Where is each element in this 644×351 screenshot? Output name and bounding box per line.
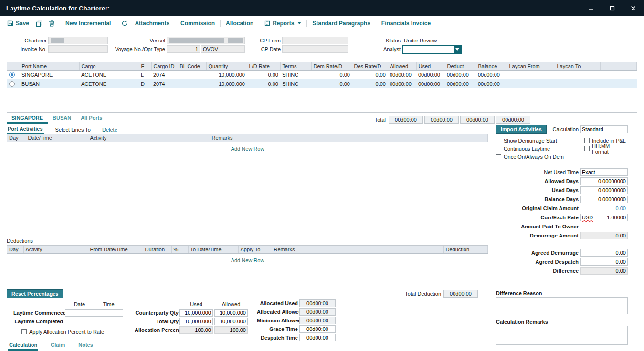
column-header[interactable]: Duration — [143, 246, 171, 253]
calculation-input[interactable] — [580, 125, 628, 133]
analyst-dropdown[interactable] — [402, 45, 462, 54]
column-header[interactable]: Activity — [88, 134, 210, 142]
counterparty-qty-allowed-input[interactable] — [214, 309, 248, 317]
show-demurrage-start-row[interactable]: Show Demurrage Start — [496, 136, 584, 145]
amount-paid-to-owner-input[interactable] — [580, 223, 628, 230]
apply-allocation-checkbox-row[interactable]: Apply Allocation Percent to Rate — [13, 328, 123, 336]
column-header[interactable]: L/D Rate — [247, 62, 280, 70]
row-radio-selected[interactable] — [9, 72, 15, 78]
tab-singapore[interactable]: SINGAPORE — [7, 115, 48, 124]
column-header[interactable]: Deduction — [443, 246, 488, 253]
continuous-laytime-checkbox[interactable] — [496, 146, 501, 151]
reset-percentages-button[interactable]: Reset Percentages — [7, 289, 63, 298]
hhmm-format-row[interactable]: HH:MM Format — [584, 145, 628, 153]
allocation-button[interactable]: Allocation — [224, 20, 255, 27]
refresh-button[interactable] — [120, 20, 129, 27]
column-header[interactable]: Deduct — [445, 62, 476, 70]
grace-time-input[interactable] — [299, 325, 336, 333]
column-header[interactable]: Apply To — [238, 246, 272, 253]
column-header[interactable]: Des Rate/D — [352, 62, 388, 70]
column-header[interactable]: Used — [416, 62, 445, 70]
agreed-demurrage-input[interactable] — [580, 249, 628, 257]
financials-invoice-button[interactable]: Financials Invoice — [380, 20, 433, 27]
new-incremental-button[interactable]: New Incremental — [63, 20, 113, 27]
tab-busan[interactable]: BUSAN — [48, 115, 76, 124]
column-header[interactable]: Port Name — [20, 62, 79, 70]
column-header[interactable]: Dem Rate/D — [311, 62, 352, 70]
allocation-percent-allowed-input[interactable] — [214, 326, 248, 334]
counterparty-qty-used-input[interactable] — [179, 309, 213, 317]
minimize-button[interactable] — [581, 0, 602, 16]
add-activity-row-link[interactable]: Add New Row — [7, 142, 488, 152]
reports-button[interactable]: Reports — [263, 20, 303, 27]
delete-button[interactable] — [47, 20, 56, 27]
agreed-despatch-input[interactable] — [580, 258, 628, 266]
column-header[interactable]: From Date/Time — [88, 246, 143, 253]
voyage-no-input[interactable] — [167, 45, 200, 53]
column-header[interactable]: Day — [7, 134, 26, 142]
column-header[interactable]: Balance — [476, 62, 507, 70]
column-header[interactable]: Laycan To — [555, 62, 600, 70]
column-header[interactable]: Day — [7, 246, 23, 253]
laytime-completed-input[interactable] — [65, 318, 123, 325]
column-header[interactable]: Cargo — [79, 62, 139, 70]
analyst-input[interactable] — [403, 46, 454, 53]
save-button[interactable]: Save — [5, 20, 31, 27]
analyst-dropdown-button[interactable] — [454, 46, 461, 53]
commission-button[interactable]: Commission — [179, 20, 217, 27]
tab-all-ports[interactable]: All Ports — [76, 115, 107, 124]
column-header[interactable]: Laycan From — [507, 62, 555, 70]
show-demurrage-start-checkbox[interactable] — [496, 138, 501, 143]
net-used-time-input[interactable] — [580, 168, 628, 176]
column-header[interactable]: Remarks — [272, 246, 443, 253]
once-on-always-on-dem-checkbox[interactable] — [496, 154, 501, 159]
maximize-button[interactable] — [602, 0, 623, 16]
column-header[interactable]: % — [171, 246, 188, 253]
opr-type-input[interactable] — [201, 45, 245, 53]
total-qty-used-input[interactable] — [179, 318, 213, 325]
attachments-button[interactable]: Attachments — [133, 20, 171, 27]
port-row-singapore[interactable]: SINGAPORE ACETONE L 2074 10,000.000 0.00… — [7, 70, 637, 79]
tab-port-activities[interactable]: Port Activities — [7, 126, 44, 134]
laytime-commenced-input[interactable] — [65, 309, 123, 317]
hhmm-format-checkbox[interactable] — [584, 146, 590, 151]
demurrage-amount-input[interactable] — [580, 232, 628, 239]
import-activities-button[interactable]: Import Activities — [496, 125, 547, 134]
column-header[interactable]: Quantity — [206, 62, 247, 70]
difference-input[interactable] — [580, 267, 628, 275]
continuous-laytime-row[interactable]: Continuous Laytime — [496, 145, 584, 153]
cp-date-input[interactable] — [282, 45, 348, 53]
add-deduction-row-link[interactable]: Add New Row — [7, 254, 488, 263]
cp-form-input[interactable] — [282, 37, 348, 44]
delete-lines-link[interactable]: Delete — [102, 127, 117, 134]
copy-button[interactable] — [34, 20, 44, 27]
total-qty-allowed-input[interactable] — [214, 318, 248, 325]
apply-allocation-checkbox[interactable] — [21, 329, 27, 334]
column-header[interactable]: BL Code — [178, 62, 206, 70]
cell-cargo-id: 2074 — [151, 70, 178, 79]
once-on-always-on-dem-row[interactable]: Once On/Always On Dem — [496, 153, 584, 161]
column-header[interactable]: Cargo ID — [151, 62, 178, 70]
invoice-no-input[interactable] — [48, 45, 108, 53]
used-days-input[interactable] — [580, 186, 628, 194]
column-header[interactable]: Activity — [23, 246, 88, 253]
difference-reason-textarea[interactable] — [496, 297, 628, 314]
column-header[interactable]: Date/Time — [26, 134, 88, 142]
port-row-busan[interactable]: BUSAN ACETONE D 2074 10,000.000 0.00 SHI… — [7, 79, 637, 88]
currency-input[interactable]: USD — [580, 214, 597, 221]
column-header[interactable]: Remarks — [210, 134, 488, 142]
status-input[interactable] — [402, 37, 462, 44]
column-header[interactable]: Allowed — [388, 62, 416, 70]
row-radio[interactable] — [9, 81, 15, 87]
column-header[interactable]: F — [139, 62, 151, 70]
column-header[interactable]: To Date/Time — [188, 246, 238, 253]
allocation-percent-used-input[interactable] — [179, 326, 213, 334]
balance-days-input[interactable] — [580, 196, 628, 203]
close-button[interactable] — [623, 0, 644, 16]
exchange-rate-input[interactable] — [599, 214, 628, 221]
include-in-pl-checkbox[interactable] — [584, 138, 590, 143]
column-header[interactable]: Terms — [280, 62, 311, 70]
allowed-days-input[interactable] — [580, 177, 628, 185]
standard-paragraphs-button[interactable]: Standard Paragraphs — [310, 20, 372, 27]
despatch-time-input[interactable] — [299, 334, 336, 341]
